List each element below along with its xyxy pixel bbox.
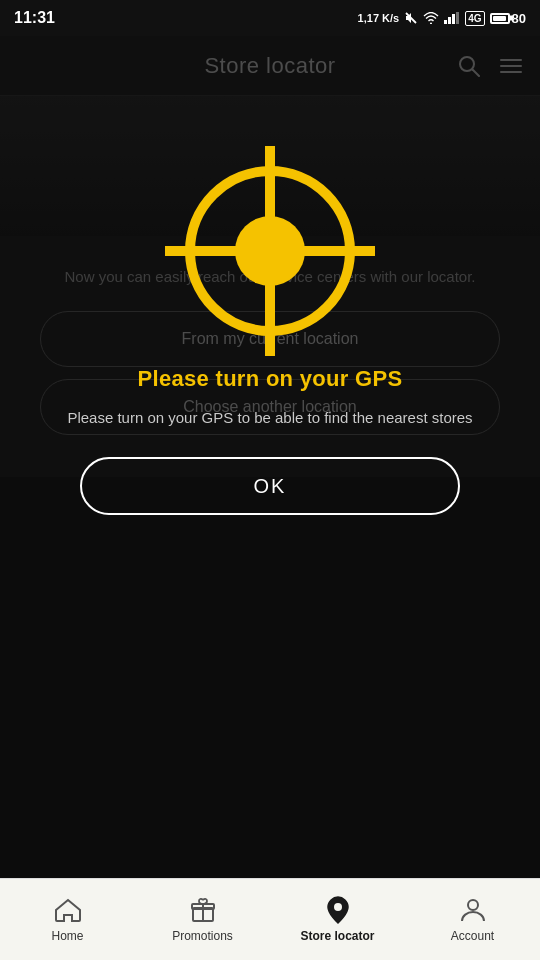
gps-center-dot: [235, 216, 305, 286]
promotions-icon: [189, 896, 217, 924]
status-time: 11:31: [14, 9, 55, 27]
nav-item-home[interactable]: Home: [0, 896, 135, 943]
svg-rect-4: [452, 14, 455, 24]
nav-label-home: Home: [51, 929, 83, 943]
svg-point-11: [334, 903, 342, 911]
signal-icon: [444, 12, 460, 24]
nav-label-store-locator: Store locator: [300, 929, 374, 943]
wifi-icon: [423, 12, 439, 24]
nav-item-store-locator[interactable]: Store locator: [270, 896, 405, 943]
dialog-content: Please turn on your GPS Please turn on y…: [40, 146, 500, 515]
nav-label-account: Account: [451, 929, 494, 943]
svg-rect-2: [444, 20, 447, 24]
gps-location-icon: [175, 156, 365, 346]
nav-item-account[interactable]: Account: [405, 896, 540, 943]
status-bar: 11:31 1,17 K/s 4G 80: [0, 0, 540, 36]
status-right-icons: 1,17 K/s 4G 80: [358, 11, 526, 26]
svg-point-1: [430, 23, 432, 25]
nav-label-promotions: Promotions: [172, 929, 233, 943]
account-icon: [459, 896, 487, 924]
svg-point-12: [468, 900, 478, 910]
dialog-message: Please turn on your GPS to be able to fi…: [57, 406, 482, 429]
nav-item-promotions[interactable]: Promotions: [135, 896, 270, 943]
ok-button[interactable]: OK: [80, 457, 460, 515]
dialog-title: Please turn on your GPS: [138, 366, 403, 392]
battery-indicator: 80: [490, 11, 526, 26]
svg-rect-5: [456, 12, 459, 24]
gps-dialog: Please turn on your GPS Please turn on y…: [0, 96, 540, 880]
bottom-navigation: Home Promotions: [0, 878, 540, 960]
home-icon: [54, 896, 82, 924]
svg-rect-3: [448, 17, 451, 24]
mute-icon: [404, 11, 418, 25]
store-locator-icon: [324, 896, 352, 924]
network-speed: 1,17 K/s: [358, 12, 400, 24]
battery-level: 80: [512, 11, 526, 26]
network-type: 4G: [465, 11, 484, 26]
gps-icon-container: [165, 146, 375, 356]
